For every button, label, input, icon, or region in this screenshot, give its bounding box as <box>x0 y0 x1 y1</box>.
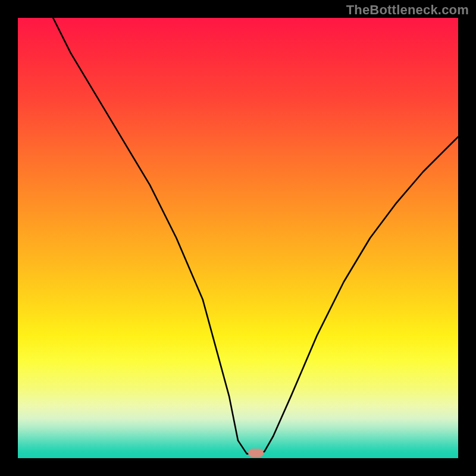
bottleneck-curve <box>18 18 458 458</box>
optimal-point-marker <box>248 449 264 457</box>
watermark-text: TheBottleneck.com <box>346 2 469 18</box>
plot-area <box>18 18 458 458</box>
